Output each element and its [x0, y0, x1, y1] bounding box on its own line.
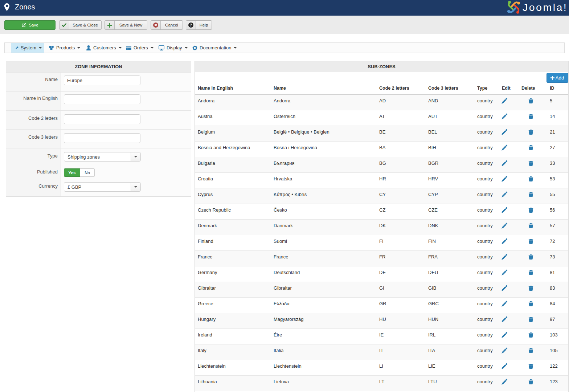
svg-text:?: ? [190, 23, 192, 27]
